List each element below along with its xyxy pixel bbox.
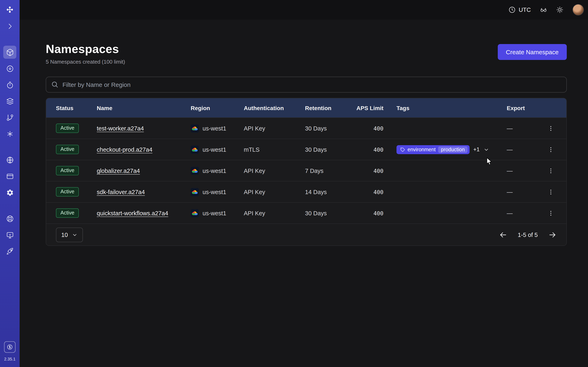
sidebar-item-workflows[interactable] bbox=[3, 62, 16, 75]
monitor-icon bbox=[6, 231, 14, 239]
topbar: UTC bbox=[20, 0, 588, 20]
timezone-selector[interactable]: UTC bbox=[508, 6, 531, 13]
target-icon bbox=[6, 65, 14, 72]
tags-cell: environment production +1 bbox=[383, 145, 507, 154]
usage-icon[interactable] bbox=[4, 341, 16, 353]
status-badge: Active bbox=[56, 208, 79, 218]
card-icon bbox=[6, 172, 14, 180]
pagination-range: 1-5 of 5 bbox=[518, 231, 538, 238]
retention-period: 14 Days bbox=[305, 189, 354, 195]
table-header: Status Name Region Authentication Retent… bbox=[46, 98, 566, 117]
layers-icon bbox=[6, 97, 14, 105]
row-menu-button[interactable] bbox=[545, 144, 557, 155]
table-row: Active quickstart-workflows.a27a4 us-wes… bbox=[46, 202, 566, 224]
pagination-bar: 10 1-5 of 5 bbox=[46, 224, 566, 245]
namespace-link[interactable]: checkout-prod.a27a4 bbox=[97, 146, 153, 153]
kebab-icon bbox=[548, 125, 554, 132]
namespace-link[interactable]: test-worker.a27a4 bbox=[97, 125, 144, 132]
clock-icon bbox=[508, 6, 516, 13]
region-label: us-west1 bbox=[203, 189, 226, 195]
sidebar-item-billing[interactable] bbox=[3, 170, 16, 183]
aps-limit-value: 400 bbox=[373, 125, 383, 132]
sun-icon[interactable] bbox=[556, 6, 563, 13]
tag-icon bbox=[400, 147, 405, 152]
branch-icon bbox=[6, 114, 14, 121]
row-menu-button[interactable] bbox=[545, 165, 557, 176]
sidebar-item-imports[interactable] bbox=[3, 228, 16, 242]
filter-input[interactable] bbox=[46, 77, 567, 92]
page-subtitle: 5 Namespaces created (100 limit) bbox=[46, 59, 125, 65]
app-version: 2.35.1 bbox=[4, 357, 16, 361]
status-badge: Active bbox=[56, 124, 79, 133]
sidebar-item-getting-started[interactable] bbox=[3, 245, 16, 258]
retention-period: 7 Days bbox=[305, 167, 354, 174]
asterisk-icon bbox=[6, 130, 14, 138]
sidebar-collapse-button[interactable] bbox=[3, 20, 16, 33]
region-label: us-west1 bbox=[203, 146, 226, 153]
create-namespace-button[interactable]: Create Namespace bbox=[498, 44, 567, 60]
previous-page-button[interactable] bbox=[499, 231, 507, 239]
user-avatar[interactable] bbox=[572, 4, 584, 16]
row-menu-button[interactable] bbox=[545, 123, 557, 134]
sidebar-item-schedules[interactable] bbox=[3, 78, 16, 91]
table-body: Active test-worker.a27a4 us-west1 API Ke… bbox=[46, 117, 566, 224]
page-size-select[interactable]: 10 bbox=[56, 227, 83, 242]
page-title: Namespaces bbox=[46, 42, 125, 56]
table-row: Active globalizer.a27a4 us-west1 API Key… bbox=[46, 160, 566, 181]
export-value: — bbox=[507, 167, 544, 174]
sidebar-item-support[interactable] bbox=[3, 212, 16, 225]
retention-period: 30 Days bbox=[305, 146, 354, 153]
chevron-down-icon bbox=[72, 232, 78, 238]
row-menu-button[interactable] bbox=[545, 186, 557, 198]
tags-more: +1 bbox=[473, 146, 480, 152]
auth-method: API Key bbox=[244, 189, 305, 195]
kebab-icon bbox=[548, 210, 554, 216]
gcp-icon bbox=[191, 209, 199, 217]
table-row: Active test-worker.a27a4 us-west1 API Ke… bbox=[46, 117, 566, 139]
sidebar-item-settings[interactable] bbox=[3, 186, 16, 199]
namespace-link[interactable]: quickstart-workflows.a27a4 bbox=[97, 210, 168, 216]
column-header-status: Status bbox=[56, 105, 97, 111]
auth-method: API Key bbox=[244, 210, 305, 216]
namespace-link[interactable]: sdk-failover.a27a4 bbox=[97, 189, 145, 195]
cube-icon bbox=[6, 48, 14, 56]
region-label: us-west1 bbox=[203, 210, 226, 216]
timer-icon bbox=[6, 81, 14, 89]
auth-method: mTLS bbox=[244, 146, 305, 153]
sidebar-item-nexus[interactable] bbox=[3, 127, 16, 140]
column-header-tags: Tags bbox=[383, 105, 507, 111]
tags-expand-chevron-icon[interactable] bbox=[483, 147, 489, 152]
column-header-retention: Retention bbox=[305, 105, 354, 111]
sidebar-item-deployments[interactable] bbox=[3, 95, 16, 108]
kebab-icon bbox=[548, 146, 554, 153]
temporal-logo-icon[interactable]: ✣ bbox=[3, 3, 16, 16]
sidebar-footer: 2.35.1 bbox=[4, 341, 16, 367]
sidebar-item-batch-operations[interactable] bbox=[3, 111, 16, 124]
rocket-icon bbox=[6, 247, 14, 255]
tag-key: environment bbox=[407, 147, 436, 152]
kebab-icon bbox=[548, 189, 554, 195]
glasses-icon[interactable] bbox=[540, 6, 547, 13]
row-menu-button[interactable] bbox=[545, 207, 557, 219]
sidebar-item-regions[interactable] bbox=[3, 153, 16, 166]
namespace-link[interactable]: globalizer.a27a4 bbox=[97, 167, 140, 174]
column-header-aps-limit: APS Limit bbox=[354, 105, 383, 111]
gcp-icon bbox=[191, 145, 199, 154]
region-label: us-west1 bbox=[203, 167, 226, 174]
tag-pill[interactable]: environment production bbox=[397, 145, 470, 154]
next-page-button[interactable] bbox=[548, 231, 557, 239]
globe-icon bbox=[6, 156, 14, 164]
column-header-authentication: Authentication bbox=[244, 105, 305, 111]
aps-limit-value: 400 bbox=[373, 146, 383, 153]
gcp-icon bbox=[191, 188, 199, 196]
tag-value: production bbox=[438, 146, 468, 153]
export-value: — bbox=[507, 189, 544, 195]
app-window: ✣ bbox=[0, 0, 588, 367]
column-header-export: Export bbox=[507, 105, 544, 111]
main-content: Namespaces 5 Namespaces created (100 lim… bbox=[20, 20, 588, 367]
sidebar-item-namespaces[interactable] bbox=[3, 46, 16, 59]
lifebuoy-icon bbox=[6, 215, 14, 222]
kebab-icon bbox=[548, 167, 554, 174]
status-badge: Active bbox=[56, 187, 79, 197]
sidebar: ✣ bbox=[0, 0, 20, 367]
